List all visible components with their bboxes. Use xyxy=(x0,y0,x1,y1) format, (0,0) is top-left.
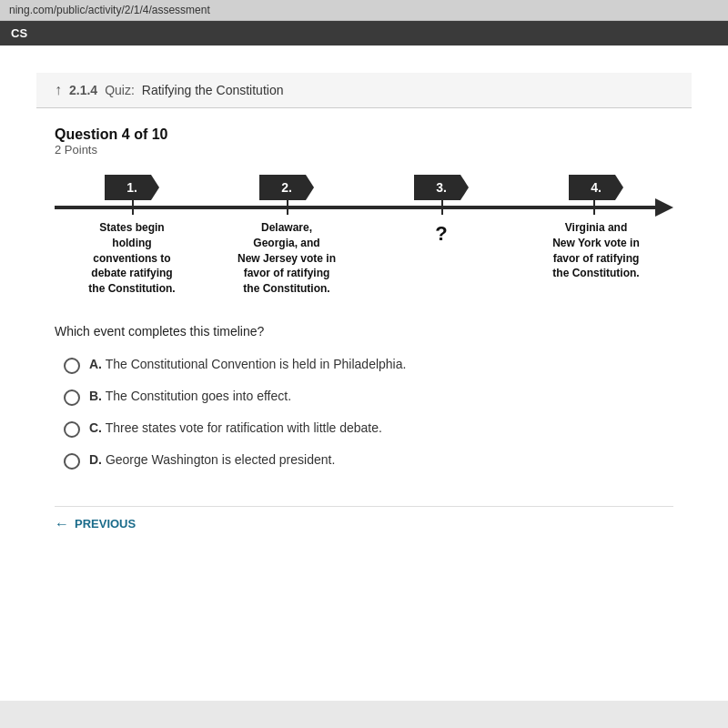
app-subject-label: CS xyxy=(11,26,27,40)
timeline-step-2: 2. xyxy=(209,175,364,200)
radio-d[interactable] xyxy=(64,453,80,470)
answer-option-b[interactable]: B. The Constitution goes into effect. xyxy=(64,389,673,406)
radio-a[interactable] xyxy=(64,358,80,374)
previous-arrow-icon: ← xyxy=(55,516,69,532)
timeline-step-3: 3. xyxy=(364,175,519,200)
answer-letter-a: A. xyxy=(89,357,102,371)
quiz-label: Quiz: xyxy=(105,83,135,97)
url-text: ning.com/public/activity/2/1/4/assessmen… xyxy=(9,4,210,16)
timeline: 1. 2. 3. 4. xyxy=(55,175,673,297)
answer-text-d: D. George Washington is elected presiden… xyxy=(89,452,335,467)
answer-letter-d: D. xyxy=(89,452,102,467)
answer-content-d: George Washington is elected president. xyxy=(106,452,335,467)
timeline-label-1: 1. xyxy=(105,175,159,200)
answer-letter-c: C. xyxy=(89,420,102,435)
answer-option-a[interactable]: A. The Constitutional Convention is held… xyxy=(64,357,673,374)
question-points: 2 Points xyxy=(55,143,673,157)
timeline-step-4: 4. xyxy=(519,175,673,200)
back-icon[interactable]: ↑ xyxy=(55,82,62,98)
timeline-text-1: States beginholdingconventions todebate … xyxy=(55,220,209,297)
timeline-bar xyxy=(55,202,673,213)
timeline-text-4: Virginia andNew York vote infavor of rat… xyxy=(519,220,673,297)
answer-content-b: The Constitution goes into effect. xyxy=(106,389,291,403)
timeline-label-2: 2. xyxy=(259,175,314,200)
timeline-text-3: ? xyxy=(364,220,519,297)
question-title: Question 4 of 10 xyxy=(55,126,673,143)
previous-button[interactable]: ← PREVIOUS xyxy=(55,516,136,532)
radio-b[interactable] xyxy=(64,389,80,406)
answer-text-a: A. The Constitutional Convention is held… xyxy=(89,357,406,371)
quiz-header-bar: ↑ 2.1.4 Quiz: Ratifying the Constitution xyxy=(36,73,692,108)
answer-option-d[interactable]: D. George Washington is elected presiden… xyxy=(64,452,673,470)
answer-text-c: C. Three states vote for ratification wi… xyxy=(89,420,382,435)
timeline-arrow xyxy=(655,198,673,217)
timeline-step-1: 1. xyxy=(55,175,209,200)
timeline-label-3: 3. xyxy=(414,175,469,200)
answer-content-a: The Constitutional Convention is held in… xyxy=(106,357,407,371)
answer-option-c[interactable]: C. Three states vote for ratification wi… xyxy=(64,420,673,438)
app-header: CS xyxy=(0,21,728,46)
browser-url-bar: ning.com/public/activity/2/1/4/assessmen… xyxy=(0,0,728,21)
previous-label: PREVIOUS xyxy=(75,517,136,531)
answer-text-b: B. The Constitution goes into effect. xyxy=(89,389,291,403)
answer-letter-b: B. xyxy=(89,389,102,403)
quiz-section-number: 2.1.4 xyxy=(69,83,97,97)
timeline-text-row: States beginholdingconventions todebate … xyxy=(55,220,673,297)
question-prompt: Which event completes this timeline? xyxy=(55,324,673,339)
radio-c[interactable] xyxy=(64,421,80,438)
timeline-text-2: Delaware,Georgia, andNew Jersey vote inf… xyxy=(209,220,364,297)
answer-options: A. The Constitutional Convention is held… xyxy=(64,357,673,470)
question-header: Question 4 of 10 2 Points xyxy=(55,126,673,157)
quiz-title: Ratifying the Constitution xyxy=(142,83,284,97)
timeline-label-4: 4. xyxy=(569,175,623,200)
main-content: ↑ 2.1.4 Quiz: Ratifying the Constitution… xyxy=(0,46,728,701)
timeline-line xyxy=(55,206,655,209)
answer-content-c: Three states vote for ratification with … xyxy=(106,420,382,435)
bottom-navigation: ← PREVIOUS xyxy=(55,506,673,532)
